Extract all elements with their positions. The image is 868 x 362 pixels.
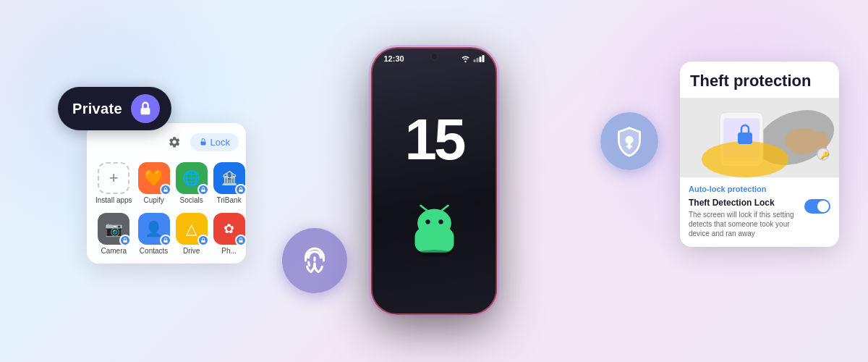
- theft-detection-desc: The screen will lock if this setting det…: [689, 210, 799, 238]
- theft-protection-card: Theft protection: [680, 62, 839, 247]
- auto-lock-label: Auto-lock protection: [689, 185, 830, 193]
- svg-point-10: [417, 209, 451, 237]
- lock-btn-label: Lock: [210, 137, 230, 148]
- contacts-icon: 👤: [138, 213, 170, 245]
- svg-rect-6: [163, 240, 167, 243]
- install-apps-icon: +: [98, 162, 129, 194]
- fingerprint-icon: [297, 243, 333, 279]
- svg-rect-4: [239, 190, 242, 192]
- app-label: TriBank: [217, 196, 242, 204]
- app-label: Cupify: [143, 196, 163, 204]
- gear-icon[interactable]: [164, 132, 184, 152]
- tribank-icon: 🏦: [213, 162, 245, 194]
- svg-rect-7: [201, 240, 205, 243]
- svg-rect-0: [140, 108, 150, 114]
- svg-point-28: [702, 141, 788, 177]
- theft-detection-row: Theft Detection Lock The screen will loc…: [689, 198, 830, 238]
- svg-point-11: [425, 219, 430, 224]
- list-item[interactable]: + Install apps: [94, 159, 134, 207]
- svg-rect-3: [201, 190, 205, 192]
- app-label: Socials: [179, 196, 203, 204]
- cupify-icon: 🧡: [138, 162, 170, 194]
- phone-inner: 12:30 15: [373, 49, 496, 313]
- svg-point-12: [438, 219, 443, 224]
- signal-bars: [474, 55, 485, 62]
- app-label: Camera: [101, 247, 127, 255]
- theft-detection-title: Theft Detection Lock: [689, 198, 799, 208]
- app-label: Install apps: [95, 196, 132, 204]
- app-label: Drive: [183, 247, 200, 255]
- phone-time: 12:30: [384, 54, 404, 63]
- app-grid: + Install apps 🧡 Cupify 🌐: [94, 159, 239, 258]
- phone: 12:30 15: [371, 47, 498, 315]
- app-badge: [160, 235, 171, 246]
- list-item[interactable]: △ Drive: [174, 210, 209, 258]
- svg-text:🔑: 🔑: [820, 151, 830, 160]
- theft-card-bottom: Auto-lock protection Theft Detection Loc…: [680, 177, 839, 247]
- app-grid-panel: Lock + Install apps 🧡 Cupify: [87, 123, 246, 264]
- private-label: Private: [72, 101, 122, 117]
- app-badge: [197, 235, 209, 246]
- photos-icon: ✿: [213, 213, 245, 245]
- svg-point-15: [416, 250, 452, 256]
- scene: Private Lock: [0, 0, 868, 362]
- svg-line-13: [420, 206, 426, 210]
- theft-detection-text: Theft Detection Lock The screen will loc…: [689, 198, 799, 238]
- shield-key-icon: [613, 125, 645, 157]
- svg-rect-2: [163, 190, 167, 192]
- svg-rect-5: [124, 240, 127, 243]
- app-badge: [119, 235, 131, 246]
- svg-rect-8: [239, 240, 242, 243]
- theft-card-image: 🔑: [680, 98, 839, 177]
- list-item[interactable]: 🏦 TriBank: [212, 159, 247, 207]
- private-lock-circle: [131, 94, 160, 123]
- private-pill: Private: [58, 87, 171, 130]
- app-badge: [197, 184, 209, 195]
- app-label: Ph...: [221, 247, 237, 255]
- drive-icon: △: [176, 213, 208, 245]
- phone-status-bar: 12:30: [373, 49, 496, 63]
- socials-icon: 🌐: [176, 162, 208, 194]
- app-grid-toolbar: Lock: [94, 132, 239, 152]
- shield-bubble: [600, 112, 658, 170]
- app-badge: [235, 235, 247, 246]
- list-item[interactable]: 👤 Contacts: [137, 210, 171, 258]
- lock-button[interactable]: Lock: [190, 133, 239, 151]
- camera-icon: 📷: [98, 213, 129, 245]
- list-item[interactable]: 📷 Camera: [94, 210, 134, 258]
- fingerprint-bubble: [282, 228, 347, 293]
- theft-card-title: Theft protection: [680, 62, 839, 98]
- svg-point-24: [819, 138, 830, 145]
- svg-line-14: [442, 206, 448, 210]
- android-mascot: [401, 205, 467, 256]
- theft-detection-toggle[interactable]: [804, 199, 830, 214]
- lock-icon: [137, 101, 153, 117]
- list-item[interactable]: 🧡 Cupify: [137, 159, 171, 207]
- svg-rect-29: [738, 132, 752, 144]
- app-badge: [235, 184, 247, 195]
- phone-number: 15: [405, 106, 464, 173]
- app-badge: [160, 184, 171, 195]
- app-label: Contacts: [140, 247, 168, 255]
- svg-rect-1: [200, 142, 205, 146]
- phone-camera: [430, 53, 438, 60]
- list-item[interactable]: 🌐 Socials: [174, 159, 209, 207]
- phone-status-icons: [461, 54, 485, 63]
- list-item[interactable]: ✿ Ph...: [212, 210, 247, 258]
